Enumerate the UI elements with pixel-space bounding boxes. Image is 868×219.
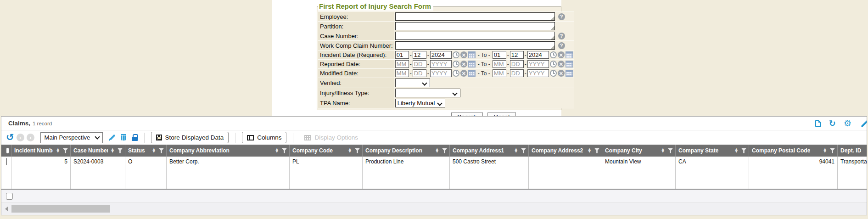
sort-icon[interactable]: ▲▼ — [153, 148, 155, 153]
filter-icon[interactable] — [118, 148, 123, 153]
injury-type-select[interactable] — [395, 89, 460, 97]
case-number-input[interactable] — [395, 32, 555, 40]
reported-from-month-input[interactable] — [395, 60, 409, 68]
filter-icon[interactable] — [668, 148, 673, 153]
clear-date-icon[interactable]: × — [460, 70, 467, 77]
clear-date-icon[interactable]: × — [558, 61, 565, 67]
column-header-dept-id[interactable]: Dept. ID — [838, 145, 867, 157]
reported-from-year-input[interactable] — [430, 60, 452, 68]
footer-checkbox[interactable] — [6, 193, 13, 200]
verified-select[interactable] — [395, 79, 430, 87]
scroll-left-arrow-icon[interactable] — [5, 207, 8, 211]
column-header-company-address2[interactable]: Company Address2 ▲▼ — [529, 145, 602, 157]
help-icon[interactable]: ? — [558, 42, 565, 49]
column-header-company-abbreviation[interactable]: Company Abbreviation ▲▼ — [167, 145, 290, 157]
reported-to-day-input[interactable] — [510, 60, 524, 68]
reported-from-day-input[interactable] — [413, 60, 426, 68]
help-icon[interactable]: ? — [558, 13, 565, 20]
clear-date-icon[interactable]: × — [460, 51, 467, 58]
filter-icon[interactable] — [442, 148, 447, 153]
filter-icon[interactable] — [521, 148, 526, 153]
columns-button[interactable]: Columns — [242, 132, 286, 143]
column-header-status[interactable]: Status ▲▼ — [125, 145, 167, 157]
tpa-name-select[interactable]: Liberty Mutual — [395, 99, 446, 107]
lock-icon[interactable] — [132, 134, 138, 141]
modified-from-day-input[interactable] — [413, 69, 426, 77]
previous-icon[interactable]: ‹ — [17, 134, 24, 141]
column-header-company-city[interactable]: Company City ▲▼ — [602, 145, 676, 157]
calendar-icon[interactable] — [566, 61, 573, 67]
sort-icon[interactable]: ▲▼ — [735, 148, 738, 153]
modified-from-year-input[interactable] — [430, 69, 452, 77]
column-header-company-description[interactable]: Company Description ▲▼ — [363, 145, 450, 157]
horizontal-scrollbar[interactable] — [1, 203, 867, 215]
column-header-case-number[interactable]: Case Number ▲▼ — [71, 145, 125, 157]
clear-date-icon[interactable]: × — [558, 51, 565, 58]
column-header-incident-number[interactable]: Incident Number ▲▼ — [11, 145, 71, 157]
sort-icon[interactable]: ▲▼ — [662, 148, 664, 153]
incident-from-day-input[interactable] — [413, 51, 426, 59]
time-icon[interactable] — [550, 61, 557, 67]
row-checkbox[interactable] — [6, 158, 7, 165]
filter-icon[interactable] — [159, 148, 164, 153]
sort-icon[interactable]: ▲▼ — [276, 148, 278, 153]
time-icon[interactable] — [453, 61, 459, 67]
filter-icon[interactable] — [63, 148, 68, 153]
column-header-company-postal-code[interactable]: Company Postal Code ▲▼ — [749, 145, 838, 157]
incident-from-year-input[interactable] — [430, 51, 452, 59]
work-comp-input[interactable] — [395, 41, 555, 50]
partition-input[interactable] — [395, 22, 555, 30]
sort-icon[interactable]: ▲▼ — [824, 148, 826, 153]
clear-date-icon[interactable]: × — [558, 70, 565, 77]
sort-icon[interactable]: ▲▼ — [515, 148, 517, 153]
table-row[interactable]: 5 S2024-0003 O Better Corp. PL Productio… — [1, 157, 867, 190]
incident-from-month-input[interactable] — [395, 51, 409, 59]
incident-to-day-input[interactable] — [510, 51, 524, 59]
column-header-company-state[interactable]: Company State ▲▼ — [676, 145, 749, 157]
delete-perspective-icon[interactable] — [121, 134, 126, 141]
filter-icon[interactable] — [830, 148, 835, 153]
select-all-checkbox[interactable] — [6, 148, 9, 153]
column-header-company-address1[interactable]: Company Address1 ▲▼ — [450, 145, 529, 157]
filter-icon[interactable] — [594, 148, 599, 153]
incident-to-month-input[interactable] — [493, 51, 506, 59]
modified-to-day-input[interactable] — [510, 69, 524, 77]
help-icon[interactable]: ? — [558, 33, 565, 39]
scrollbar-thumb[interactable] — [11, 205, 110, 213]
edit-perspective-icon[interactable] — [109, 134, 116, 141]
calendar-icon[interactable] — [566, 70, 573, 77]
time-icon[interactable] — [550, 70, 557, 77]
incident-to-year-input[interactable] — [527, 51, 549, 59]
calendar-icon[interactable] — [468, 51, 476, 58]
edit-icon[interactable] — [859, 120, 867, 127]
sort-icon[interactable]: ▲▼ — [112, 148, 114, 153]
sort-icon[interactable]: ▲▼ — [588, 148, 591, 153]
calendar-icon[interactable] — [566, 51, 573, 58]
modified-to-year-input[interactable] — [527, 69, 549, 77]
calendar-icon[interactable] — [468, 61, 476, 67]
filter-icon[interactable] — [355, 148, 360, 153]
modified-from-month-input[interactable] — [395, 69, 409, 77]
sort-icon[interactable]: ▲▼ — [349, 148, 351, 153]
reported-to-year-input[interactable] — [527, 60, 549, 68]
undo-icon[interactable]: ↺ — [6, 133, 14, 142]
filter-icon[interactable] — [741, 148, 746, 153]
time-icon[interactable] — [453, 70, 459, 77]
gear-icon[interactable]: ⚙ — [844, 119, 851, 128]
time-icon[interactable] — [453, 51, 459, 58]
filter-icon[interactable] — [282, 148, 287, 153]
sort-icon[interactable]: ▲▼ — [57, 148, 59, 153]
sort-icon[interactable]: ▲▼ — [436, 148, 438, 153]
store-displayed-data-button[interactable]: Store Displayed Data — [151, 132, 229, 143]
clear-date-icon[interactable]: × — [460, 61, 467, 67]
calendar-icon[interactable] — [468, 70, 476, 77]
next-icon[interactable]: › — [27, 134, 34, 141]
refresh-icon[interactable]: ↻ — [829, 119, 836, 128]
perspective-select[interactable]: Main Perspective — [40, 132, 103, 143]
new-document-icon[interactable] — [815, 120, 821, 127]
employee-input[interactable] — [395, 12, 555, 21]
column-header-company-code[interactable]: Company Code ▲▼ — [290, 145, 363, 157]
reported-to-month-input[interactable] — [493, 60, 506, 68]
time-icon[interactable] — [550, 51, 557, 58]
modified-to-month-input[interactable] — [493, 69, 506, 77]
